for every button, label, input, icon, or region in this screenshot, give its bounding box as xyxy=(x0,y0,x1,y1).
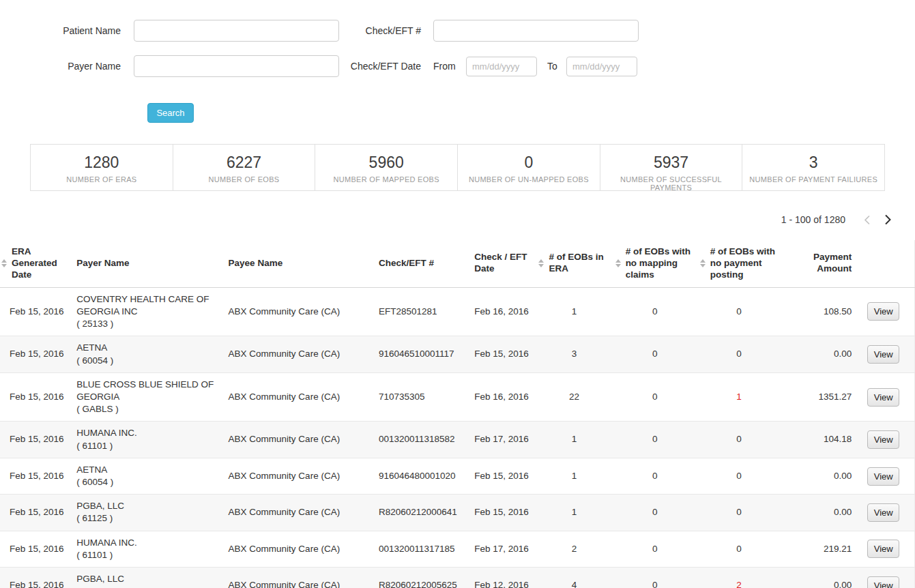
date-to-input[interactable] xyxy=(566,57,637,76)
col-check-eft-date: Check / EFT Date xyxy=(471,240,536,287)
cell-eobs-in-era: 1 xyxy=(536,422,612,458)
cell-check-eft-date: Feb 16, 2016 xyxy=(471,372,536,422)
cell-payment-amount: 219.21 xyxy=(781,531,857,567)
col-era-generated-date[interactable]: ERA Generated Date xyxy=(0,240,74,287)
cell-eobs-no-mapping: 0 xyxy=(613,531,697,567)
table-body: Feb 15, 2016 COVENTRY HEALTH CARE OF GEO… xyxy=(0,287,915,588)
search-button[interactable]: Search xyxy=(147,103,194,123)
cell-eobs-no-mapping: 0 xyxy=(613,458,697,494)
col-payee-name: Payee Name xyxy=(226,240,376,287)
cell-eobs-no-posting: 0 xyxy=(697,422,781,458)
cell-check-eft-number: 001320011317185 xyxy=(376,531,471,567)
stat-label: NUMBER OF MAPPED EOBS xyxy=(315,175,457,183)
view-button[interactable]: View xyxy=(867,345,899,364)
stat-successful-payments: 5937 NUMBER OF SUCCESSFUL PAYMENTS xyxy=(600,145,743,190)
pagination-next-button[interactable] xyxy=(877,212,898,227)
col-actions xyxy=(857,240,914,287)
payer-name: PGBA, LLC xyxy=(76,573,222,585)
pagination: 1 - 100 of 1280 xyxy=(0,210,915,229)
view-button[interactable]: View xyxy=(867,576,899,588)
cell-payment-amount: 108.50 xyxy=(781,287,857,336)
view-button[interactable]: View xyxy=(867,388,899,407)
sort-icon xyxy=(1,259,7,267)
view-button[interactable]: View xyxy=(867,302,899,321)
stat-value: 3 xyxy=(742,153,884,171)
cell-payer-name: HUMANA INC. ( 61101 ) xyxy=(74,422,225,458)
cell-actions: View xyxy=(857,372,914,422)
cell-actions: View xyxy=(857,568,914,588)
column-label: Payee Name xyxy=(229,258,283,268)
cell-payment-amount: 0.00 xyxy=(781,458,857,494)
cell-payee-name: ABX Community Care (CA) xyxy=(226,287,376,336)
col-eobs-no-posting[interactable]: # of EOBs with no payment posting xyxy=(697,240,781,287)
view-button[interactable]: View xyxy=(867,540,899,558)
cell-era-generated-date: Feb 15, 2016 xyxy=(0,372,74,422)
cell-payer-name: BLUE CROSS BLUE SHIELD OF GEORGIA ( GABL… xyxy=(74,372,225,422)
column-label: Check/EFT # xyxy=(379,258,434,268)
payer-name-input[interactable] xyxy=(134,55,339,77)
column-label: Payment Amount xyxy=(813,252,852,274)
cell-payment-amount: 0.00 xyxy=(781,495,857,531)
cell-era-generated-date: Feb 15, 2016 xyxy=(0,458,74,494)
patient-name-input[interactable] xyxy=(134,20,339,42)
payer-code: ( 61101 ) xyxy=(76,549,222,561)
search-form: Patient Name Check/EFT # Payer Name Chec… xyxy=(0,0,915,123)
cell-eobs-no-posting: 0 xyxy=(697,458,781,494)
view-button[interactable]: View xyxy=(867,503,899,522)
date-from-input[interactable] xyxy=(466,57,537,76)
table-row: Feb 15, 2016 AETNA ( 60054 ) ABX Communi… xyxy=(0,336,915,372)
cell-eobs-no-posting: 0 xyxy=(697,287,781,336)
cell-payment-amount: 0.00 xyxy=(781,568,857,588)
cell-actions: View xyxy=(857,336,914,372)
stat-value: 1280 xyxy=(31,153,173,171)
col-payment-amount: Payment Amount xyxy=(781,240,857,287)
stat-label: NUMBER OF UN-MAPPED EOBS xyxy=(458,175,600,183)
chevron-right-icon xyxy=(882,214,894,226)
col-eobs-no-mapping[interactable]: # of EOBs with no mapping claims xyxy=(613,240,697,287)
view-button[interactable]: View xyxy=(867,430,899,449)
cell-payer-name: PGBA, LLC ( 61125 ) xyxy=(74,568,225,588)
cell-eobs-no-posting: 2 xyxy=(697,568,781,588)
cell-eobs-in-era: 4 xyxy=(536,568,612,588)
cell-check-eft-number: R82060212005625 xyxy=(376,568,471,588)
payer-code: ( 61101 ) xyxy=(76,440,222,452)
cell-payee-name: ABX Community Care (CA) xyxy=(226,422,376,458)
payer-code: ( 60054 ) xyxy=(76,355,222,367)
stat-value: 6227 xyxy=(173,153,315,171)
cell-payer-name: PGBA, LLC ( 61125 ) xyxy=(74,495,225,531)
table-row: Feb 15, 2016 PGBA, LLC ( 61125 ) ABX Com… xyxy=(0,495,915,531)
table-row: Feb 15, 2016 AETNA ( 60054 ) ABX Communi… xyxy=(0,458,915,494)
check-eft-number-input[interactable] xyxy=(433,20,639,42)
pagination-prev-button[interactable] xyxy=(858,213,877,227)
stat-label: NUMBER OF PAYMENT FAILIURES xyxy=(742,175,884,183)
cell-eobs-no-mapping: 0 xyxy=(613,495,697,531)
era-dashboard-page: Patient Name Check/EFT # Payer Name Chec… xyxy=(0,0,915,588)
cell-payer-name: COVENTRY HEALTH CARE OF GEORGIA INC ( 25… xyxy=(74,287,225,336)
table-row: Feb 15, 2016 HUMANA INC. ( 61101 ) ABX C… xyxy=(0,422,915,458)
payer-name: AETNA xyxy=(76,464,222,476)
cell-payer-name: HUMANA INC. ( 61101 ) xyxy=(74,531,225,567)
sort-icon xyxy=(538,259,544,267)
cell-check-eft-date: Feb 16, 2016 xyxy=(471,287,536,336)
col-payer-name: Payer Name xyxy=(74,240,225,287)
form-row-2: Payer Name Check/EFT Date From To xyxy=(0,55,915,77)
cell-eobs-in-era: 1 xyxy=(536,495,612,531)
cell-eobs-in-era: 1 xyxy=(536,458,612,494)
cell-payer-name: AETNA ( 60054 ) xyxy=(74,458,225,494)
cell-actions: View xyxy=(857,531,914,567)
col-eobs-in-era[interactable]: # of EOBs in ERA xyxy=(536,240,612,287)
view-button[interactable]: View xyxy=(867,467,899,486)
cell-payee-name: ABX Community Care (CA) xyxy=(226,458,376,494)
stat-value: 0 xyxy=(458,153,600,171)
cell-check-eft-date: Feb 12, 2016 xyxy=(471,568,536,588)
cell-era-generated-date: Feb 15, 2016 xyxy=(0,531,74,567)
column-label: Payer Name xyxy=(76,258,129,268)
form-row-1: Patient Name Check/EFT # xyxy=(0,20,915,42)
check-eft-number-label: Check/EFT # xyxy=(339,25,433,36)
cell-check-eft-number: R82060212000641 xyxy=(376,495,471,531)
stat-payment-failures: 3 NUMBER OF PAYMENT FAILIURES xyxy=(742,145,884,190)
sort-icon xyxy=(615,259,621,267)
cell-actions: View xyxy=(857,495,914,531)
date-to-label: To xyxy=(547,61,566,72)
stat-value: 5960 xyxy=(315,153,457,171)
